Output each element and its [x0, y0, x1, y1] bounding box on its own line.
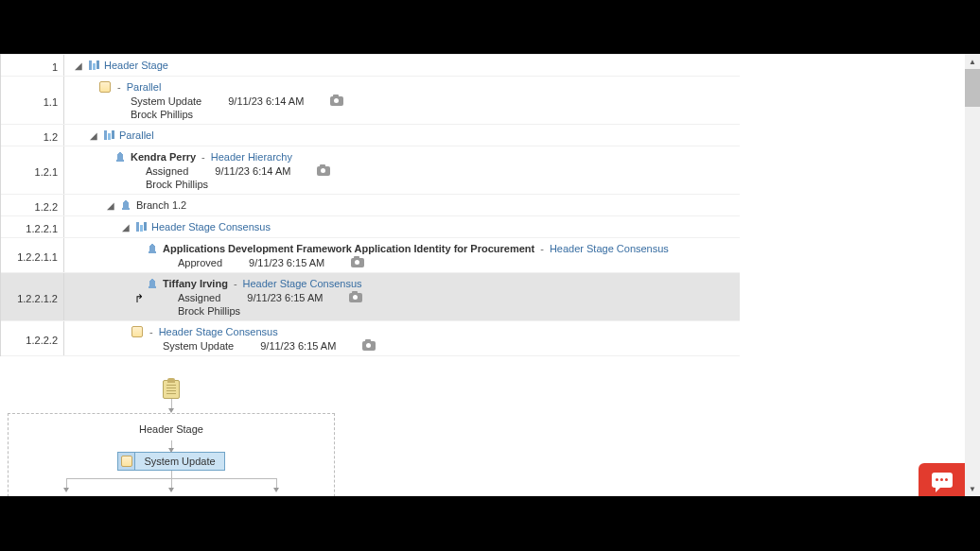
tree-row-1.2.2.1[interactable]: 1.2.2.1 ◢ Header Stage Consensus [1, 215, 740, 237]
row-number: 1.2.2.1.1 [1, 238, 64, 272]
assignee-name[interactable]: Applications Development Framework Appli… [163, 243, 534, 254]
separator: - [148, 326, 155, 337]
user-name: Brock Phillips [146, 179, 208, 190]
branch-label: Branch 1.2 [136, 199, 186, 211]
camera-icon[interactable] [330, 96, 343, 106]
camera-icon[interactable] [317, 166, 330, 176]
tree-row-1.2.1[interactable]: 1.2.1 Kendra Perry - Header Hierarchy As… [1, 146, 740, 194]
timestamp: 9/11/23 6:15 AM [249, 257, 324, 268]
assignee-name[interactable]: Tiffany Irving [163, 278, 228, 289]
node-link[interactable]: Parallel [119, 129, 154, 141]
camera-icon[interactable] [362, 341, 376, 351]
approval-tree: 1 ◢ Header Stage 1.1 - Parallel System U [0, 54, 740, 356]
role-link[interactable]: Header Stage Consensus [550, 243, 669, 254]
row-number: 1.2 [1, 125, 64, 146]
row-number: 1.2.1 [1, 146, 64, 194]
node-link[interactable]: Header Stage Consensus [159, 326, 278, 337]
tree-row-1.2.2.2[interactable]: 1.2.2.2 - Header Stage Consensus System … [1, 320, 740, 356]
row-number: 1.1 [1, 77, 64, 124]
document-icon [131, 325, 144, 338]
timestamp: 9/11/23 6:14 AM [215, 165, 290, 177]
person-icon [146, 277, 159, 290]
timestamp: 9/11/23 6:14 AM [228, 95, 304, 107]
node-link[interactable]: Header Stage [104, 60, 168, 71]
node-label: System Update [135, 453, 224, 470]
status-text: Assigned [178, 292, 220, 303]
scrollbar[interactable]: ▲ ▼ [965, 54, 980, 496]
separator: - [200, 151, 207, 163]
separator: - [538, 243, 546, 254]
workflow-diagram: Header Stage System Update Kendra Perry [8, 380, 335, 496]
status-text: Assigned [146, 165, 188, 177]
role-link[interactable]: Header Stage Consensus [243, 278, 362, 289]
collapse-icon[interactable]: ◢ [89, 130, 98, 140]
tree-row-1.2.2.1.1[interactable]: 1.2.2.1.1 Applications Development Frame… [1, 237, 740, 272]
person-icon [114, 150, 127, 164]
row-number: 1.2.2.1.2 [1, 273, 64, 320]
separator: - [232, 278, 239, 289]
system-update-node[interactable]: System Update [117, 452, 225, 471]
camera-icon[interactable] [351, 258, 364, 267]
tree-row-1[interactable]: 1 ◢ Header Stage [1, 54, 740, 76]
collapse-icon[interactable]: ◢ [74, 60, 83, 70]
chat-icon [932, 473, 953, 488]
document-icon [98, 80, 112, 94]
document-icon [121, 456, 132, 467]
person-icon [146, 242, 159, 255]
stage-icon [87, 59, 100, 72]
camera-icon[interactable] [349, 293, 362, 302]
cursor-icon: ↱ [134, 292, 144, 305]
role-link[interactable]: Header Hierarchy [211, 151, 292, 163]
assignee-name[interactable]: Kendra Perry [131, 151, 196, 163]
tree-row-1.2[interactable]: 1.2 ◢ Parallel [1, 124, 740, 146]
user-name: Brock Phillips [131, 109, 193, 120]
stage-title: Header Stage [14, 422, 328, 440]
parallel-icon [102, 129, 115, 142]
status-text: Approved [178, 257, 222, 268]
row-number: 1.2.2.2 [1, 321, 64, 355]
person-icon [119, 198, 132, 212]
node-link[interactable]: Header Stage Consensus [151, 221, 271, 232]
scroll-up-icon[interactable]: ▲ [965, 54, 980, 69]
status-text: System Update [131, 95, 201, 107]
parallel-icon [134, 220, 148, 233]
scrollbar-thumb[interactable] [965, 69, 980, 107]
collapse-icon[interactable]: ◢ [106, 200, 115, 210]
node-link[interactable]: Parallel [127, 81, 162, 93]
stage-container: Header Stage System Update Kendra Perry [8, 413, 335, 496]
tree-row-1.1[interactable]: 1.1 - Parallel System Update 9/11/23 6:1… [1, 76, 740, 124]
timestamp: 9/11/23 6:15 AM [260, 340, 336, 352]
scroll-down-icon[interactable]: ▼ [965, 481, 980, 496]
collapse-icon[interactable]: ◢ [121, 222, 131, 232]
user-name: Brock Phillips [178, 305, 240, 317]
tree-row-1.2.2[interactable]: 1.2.2 ◢ Branch 1.2 [1, 194, 740, 215]
row-number: 1 [1, 55, 64, 76]
status-text: System Update [163, 340, 234, 352]
clipboard-icon [163, 380, 180, 399]
row-number: 1.2.2 [1, 195, 64, 215]
separator: - [115, 81, 123, 93]
timestamp: 9/11/23 6:15 AM [247, 292, 323, 303]
row-number: 1.2.2.1 [1, 216, 64, 237]
chat-button[interactable] [919, 463, 965, 496]
tree-row-1.2.2.1.2[interactable]: 1.2.2.1.2 Tiffany Irving - Header Stage … [1, 272, 740, 320]
